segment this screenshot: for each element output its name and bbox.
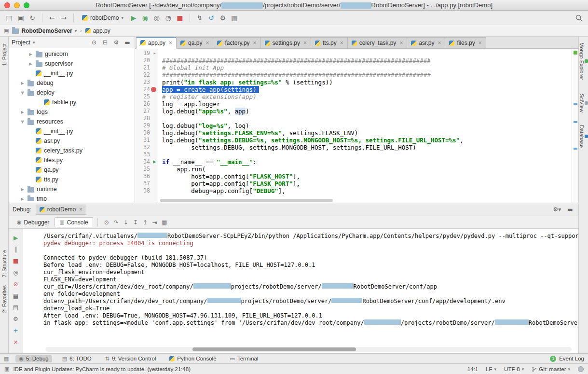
chevron-collapsed-icon[interactable]: ▶ xyxy=(28,62,33,66)
editor-tab-tts.py[interactable]: tts.py× xyxy=(311,37,348,48)
tree-item-__init__.py[interactable]: __init__.py xyxy=(9,126,135,136)
tool-button-sciview[interactable]: SciView xyxy=(579,94,588,112)
open-icon[interactable]: ▤ xyxy=(4,13,14,23)
close-tab-icon[interactable]: × xyxy=(169,40,172,46)
line-number[interactable]: 29 xyxy=(135,122,158,129)
close-icon[interactable]: × xyxy=(12,338,20,346)
editor-tab-app.py[interactable]: app.py× xyxy=(136,37,177,49)
chevron-collapsed-icon[interactable]: ▶ xyxy=(20,81,25,85)
save-all-icon[interactable]: ▣ xyxy=(15,13,26,23)
step-into-icon[interactable]: ↓ xyxy=(122,218,130,227)
fold-icon[interactable]: ▸ xyxy=(153,50,156,57)
editor-tab-settings.py[interactable]: settings.py× xyxy=(260,37,311,48)
code-line[interactable]: ########################################… xyxy=(162,57,572,64)
show-execution-point-icon[interactable]: ⊙ xyxy=(102,218,111,227)
tree-item-files.py[interactable]: files.py xyxy=(9,155,135,165)
scroll-thumb[interactable] xyxy=(160,199,333,202)
debug-icon[interactable]: ◉ xyxy=(140,13,150,23)
line-number[interactable]: 32 xyxy=(135,144,158,151)
line-number[interactable]: 33 xyxy=(135,151,158,158)
tree-item-__init__.py[interactable]: __init__.py xyxy=(9,69,135,78)
tree-item-deploy[interactable]: ▼deploy xyxy=(9,88,135,97)
editor-tab-factory.py[interactable]: factory.py× xyxy=(213,37,260,48)
close-window-button[interactable] xyxy=(4,2,10,8)
collapse-all-icon[interactable]: ⊟ xyxy=(101,38,109,47)
close-tab-icon[interactable]: × xyxy=(340,40,343,46)
chevron-collapsed-icon[interactable]: ▶ xyxy=(20,110,25,114)
code-line[interactable]: port=app.config["FLASK_PORT"], xyxy=(162,180,572,187)
pause-program-icon[interactable]: ‖ xyxy=(12,245,20,253)
run-icon[interactable]: ▶ xyxy=(128,13,139,23)
hide-panel-icon[interactable]: ▬ xyxy=(123,38,132,47)
profiler-icon[interactable]: ◔ xyxy=(163,13,174,23)
line-number[interactable]: 26 xyxy=(135,100,158,108)
code-line[interactable]: ########################################… xyxy=(162,71,572,79)
line-number[interactable]: 25 xyxy=(135,93,158,100)
code-line[interactable]: debug=app.config["DEBUG"], xyxy=(162,187,572,194)
editor-tab-celery_task.py[interactable]: celery_task.py× xyxy=(347,37,408,48)
code-line[interactable]: # register_extensions(app) xyxy=(162,93,572,100)
tool-window-button-todo[interactable]: ▤6: TODO xyxy=(59,355,95,362)
breadcrumb-project[interactable]: RobotDemoServer ▾ xyxy=(12,28,77,34)
line-number[interactable]: 21 xyxy=(135,64,158,71)
usage-mark[interactable] xyxy=(574,148,577,150)
tree-item-logs[interactable]: ▶logs xyxy=(9,107,135,117)
tree-item-qa.py[interactable]: qa.py xyxy=(9,165,135,175)
editor-gutter[interactable]: 19▸202122232425262728293031323334▶353637… xyxy=(135,49,158,203)
code-line[interactable] xyxy=(162,50,572,57)
layout-icon[interactable]: ▦ xyxy=(229,13,240,23)
status-toolwindow-icon[interactable]: ▣ xyxy=(4,366,9,372)
code-line[interactable]: log.debug("log=%s", log) xyxy=(162,122,572,129)
tree-item-celery_task.py[interactable]: celery_task.py xyxy=(9,146,135,155)
navbar-pin-icon[interactable]: ▣ xyxy=(4,28,9,34)
tree-item-asr.py[interactable]: asr.py xyxy=(9,136,135,146)
tree-item-tts.py[interactable]: tts.py xyxy=(9,175,135,184)
line-number[interactable]: 28 xyxy=(135,115,158,122)
tree-item-gunicorn[interactable]: ▶gunicorn xyxy=(9,49,135,59)
step-over-icon[interactable]: ↷ xyxy=(112,218,121,227)
step-into-my-code-icon[interactable]: ↧ xyxy=(131,218,140,227)
chevron-down-icon[interactable]: ▾ xyxy=(33,40,35,45)
tab-console[interactable]: ▥ Console xyxy=(55,217,93,227)
chevron-expanded-icon[interactable]: ▼ xyxy=(20,91,25,95)
file-encoding-select[interactable]: UTF-8▾ xyxy=(504,366,524,372)
tool-button-mongo-explorer[interactable]: Mongo Explorer xyxy=(579,42,588,80)
run-to-cursor-icon[interactable]: ⇥ xyxy=(150,218,159,227)
code-line[interactable]: app.run( xyxy=(162,166,572,173)
tool-window-button-vcs[interactable]: ⇅9: Version Control xyxy=(102,355,160,362)
new-watch-icon[interactable]: + xyxy=(12,326,20,334)
editor-tab-asr.py[interactable]: asr.py× xyxy=(407,37,445,48)
chevron-expanded-icon[interactable]: ▼ xyxy=(20,120,25,124)
settings-icon[interactable]: ⚙ xyxy=(12,315,20,323)
tool-button-project[interactable]: 1: Project xyxy=(1,43,7,66)
close-tab-icon[interactable]: × xyxy=(253,40,257,46)
debug-session-tab[interactable]: robotDemo × xyxy=(36,205,86,215)
tab-debugger[interactable]: ◉ Debugger xyxy=(13,217,54,227)
code-line[interactable]: if __name__ == "__main__": xyxy=(162,158,572,166)
editor-tab-qa.py[interactable]: qa.py× xyxy=(176,37,213,48)
line-number[interactable]: 37 xyxy=(135,180,158,187)
code-line[interactable] xyxy=(162,151,572,158)
stop-icon[interactable]: ■ xyxy=(175,13,185,23)
zoom-window-button[interactable] xyxy=(24,2,29,8)
restore-layout-icon[interactable]: ▦ xyxy=(12,291,20,300)
line-separator-select[interactable]: LF▾ xyxy=(486,366,496,372)
tool-window-button-event-log[interactable]: Event Log xyxy=(559,356,584,361)
line-number[interactable]: 27 xyxy=(135,108,158,115)
console-hscrollbar[interactable] xyxy=(45,347,572,352)
tool-window-button-debug[interactable]: ◉5: Debug xyxy=(15,355,52,362)
minimize-window-button[interactable] xyxy=(14,2,20,8)
tree-item-fabfile.py[interactable]: fabfile.py xyxy=(9,97,135,107)
tree-item-debug[interactable]: ▶debug xyxy=(9,78,135,88)
step-out-icon[interactable]: ↥ xyxy=(141,218,150,227)
attach-to-process-icon[interactable]: ↯ xyxy=(194,13,205,23)
mute-breakpoints-icon[interactable]: ⊘ xyxy=(12,280,20,288)
line-number[interactable]: 38 xyxy=(135,187,158,194)
line-number[interactable]: 20 xyxy=(135,57,158,64)
undo-icon[interactable]: ↺ xyxy=(206,13,217,23)
editor-hscrollbar[interactable] xyxy=(159,199,571,202)
line-number[interactable]: 23 xyxy=(135,79,158,86)
line-number[interactable]: 30 xyxy=(135,129,158,137)
tree-item-tmp[interactable]: ▶tmp xyxy=(9,194,135,201)
run-line-icon[interactable]: ▶ xyxy=(153,159,156,165)
